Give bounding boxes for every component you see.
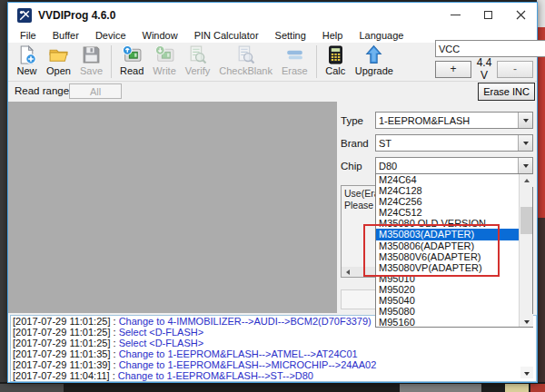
- brand-select-value: ST: [376, 138, 518, 149]
- maximize-icon: [484, 11, 492, 19]
- buffer-canvas: [8, 102, 337, 313]
- read-range-bar: Read range Erase INC: [8, 82, 537, 102]
- menu-window[interactable]: Window: [134, 29, 186, 42]
- chip-row: Chip D80: [341, 157, 533, 174]
- voltage-control: + 4.4 V -: [435, 60, 533, 78]
- minimize-icon: [451, 15, 461, 15]
- scroll-left-icon: [343, 270, 350, 275]
- chip-select-value: D80: [376, 161, 518, 172]
- chip-option[interactable]: M35080 OLD VERSION: [376, 218, 520, 229]
- chevron-down-icon[interactable]: [518, 158, 532, 173]
- chip-option[interactable]: M95080: [376, 306, 520, 317]
- menu-help[interactable]: Help: [314, 29, 352, 42]
- brand-row: Brand ST: [341, 134, 533, 152]
- chip-option[interactable]: M95010: [376, 273, 520, 284]
- chip-option[interactable]: M350806(ADAPTER): [376, 240, 520, 251]
- minimize-button[interactable]: [439, 3, 471, 27]
- save-button[interactable]: Save: [75, 43, 107, 81]
- read-chip-icon: [122, 44, 143, 65]
- voltage-minus-button[interactable]: -: [497, 61, 533, 78]
- type-select-value: 1-EEPROM&FLASH: [376, 115, 518, 126]
- chip-option-selected[interactable]: M350803(ADAPTER): [376, 229, 520, 240]
- voltage-plus-button[interactable]: +: [435, 61, 471, 78]
- new-button[interactable]: New: [12, 43, 42, 81]
- upgrade-arrow-icon: [363, 44, 384, 65]
- vcc-select[interactable]: VCC: [435, 40, 545, 57]
- toolbar-separator: [316, 45, 317, 78]
- window-title: VVDIProg 4.6.0: [38, 9, 115, 22]
- chip-option[interactable]: M95160: [376, 317, 520, 327]
- chip-dropdown-list: M24C64 M24C128 M24C256 M24C512 M35080 OL…: [375, 173, 533, 328]
- menu-file[interactable]: File: [12, 29, 45, 42]
- app-window: VVDIProg 4.6.0 File Buffer Device Window…: [7, 2, 538, 383]
- brand-select[interactable]: ST: [375, 134, 533, 152]
- app-logo-icon: [17, 8, 32, 23]
- menu-buffer[interactable]: Buffer: [45, 29, 87, 42]
- menu-language[interactable]: Language: [351, 29, 411, 42]
- write-chip-icon: [154, 44, 175, 65]
- chip-option[interactable]: M24C512: [376, 207, 520, 218]
- log-entry: [2017-07-29 11:04:11] : Change to 1-EEPR…: [13, 371, 536, 382]
- type-select[interactable]: 1-EEPROM&FLASH: [375, 112, 533, 129]
- chip-option[interactable]: M95040: [376, 295, 520, 306]
- erase-button[interactable]: Erase: [277, 43, 312, 81]
- backdrop-fragment: [505, 384, 529, 392]
- chip-option[interactable]: M24C64: [376, 174, 520, 185]
- erase-icon: [284, 44, 305, 65]
- backdrop-fragment: [400, 384, 481, 392]
- chip-option[interactable]: M35080VP(ADAPTER): [376, 262, 520, 273]
- vcc-select-value: VCC: [436, 44, 545, 54]
- type-label: Type: [341, 115, 375, 126]
- maximize-button[interactable]: [471, 3, 504, 27]
- chip-option[interactable]: M35080V6(ADAPTER): [376, 251, 520, 262]
- scrollbar-thumb[interactable]: [520, 207, 532, 234]
- save-floppy-icon: [81, 44, 102, 65]
- new-file-icon: [16, 44, 37, 65]
- read-range-input[interactable]: [69, 83, 122, 99]
- chip-option[interactable]: M95020: [376, 284, 520, 295]
- type-row: Type 1-EEPROM&FLASH: [341, 112, 533, 129]
- backdrop-fragment: [0, 384, 64, 392]
- voltage-value: 4.4 V: [471, 56, 497, 82]
- chip-select[interactable]: D80: [375, 157, 533, 174]
- scroll-down-icon[interactable]: [520, 314, 533, 327]
- upgrade-button[interactable]: Upgrade: [351, 43, 398, 81]
- brand-label: Brand: [341, 138, 375, 149]
- open-button[interactable]: Open: [42, 43, 75, 81]
- scroll-up-icon[interactable]: [520, 174, 533, 187]
- open-folder-icon: [48, 44, 69, 65]
- menu-device[interactable]: Device: [87, 29, 134, 42]
- chevron-down-icon[interactable]: [518, 135, 532, 151]
- chip-option[interactable]: M24C128: [376, 185, 520, 196]
- checkblank-doc-icon: [235, 44, 256, 65]
- dropdown-scrollbar[interactable]: [519, 174, 532, 327]
- menu-setting[interactable]: Setting: [267, 29, 314, 42]
- toolbar-separator: [111, 45, 112, 78]
- chip-label: Chip: [341, 161, 375, 172]
- titlebar[interactable]: VVDIProg 4.6.0: [8, 3, 537, 27]
- calc-button[interactable]: Calc: [321, 43, 351, 81]
- chevron-down-icon[interactable]: [518, 113, 532, 128]
- verify-button[interactable]: Verify: [181, 43, 215, 81]
- chip-option[interactable]: M24C256: [376, 196, 520, 207]
- write-button[interactable]: Write: [148, 43, 180, 81]
- read-button[interactable]: Read: [115, 43, 148, 81]
- calculator-icon: [325, 44, 346, 65]
- erase-inc-button[interactable]: Erase INC: [478, 83, 535, 101]
- backdrop-fragment: [530, 384, 545, 392]
- close-icon: [516, 10, 526, 20]
- menu-pin-calculator[interactable]: PIN Calculator: [186, 29, 267, 42]
- verify-doc-icon: [187, 44, 208, 65]
- checkblank-button[interactable]: CheckBlank: [214, 43, 277, 81]
- read-range-label: Read range: [15, 85, 69, 96]
- backdrop-right-strip: [537, 0, 545, 27]
- backdrop-right-strip: [537, 218, 545, 392]
- log-scroll-down-icon[interactable]: [520, 367, 533, 378]
- close-button[interactable]: [504, 3, 537, 27]
